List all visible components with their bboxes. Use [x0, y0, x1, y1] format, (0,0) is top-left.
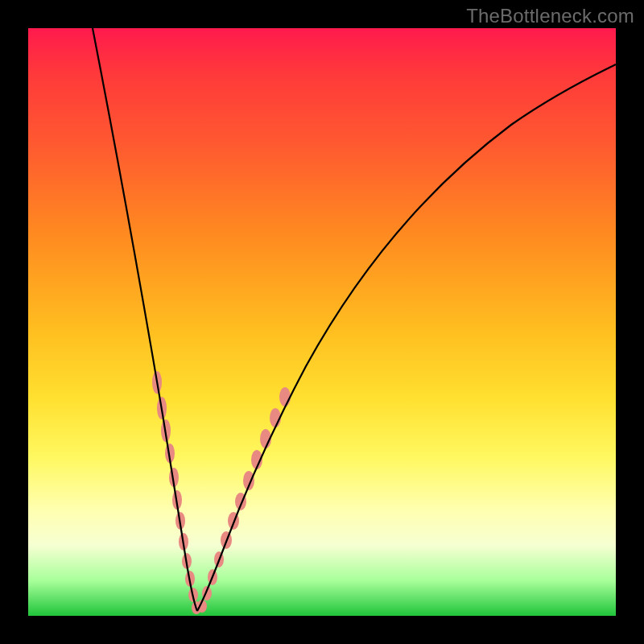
- watermark-text: TheBottleneck.com: [466, 5, 634, 27]
- chart-frame: TheBottleneck.com: [0, 0, 644, 644]
- highlight-bead: [279, 387, 291, 407]
- curve-right-branch: [197, 64, 616, 611]
- bead-group-left: [152, 371, 201, 614]
- curve-layer: [28, 28, 616, 616]
- plot-area: [28, 28, 616, 616]
